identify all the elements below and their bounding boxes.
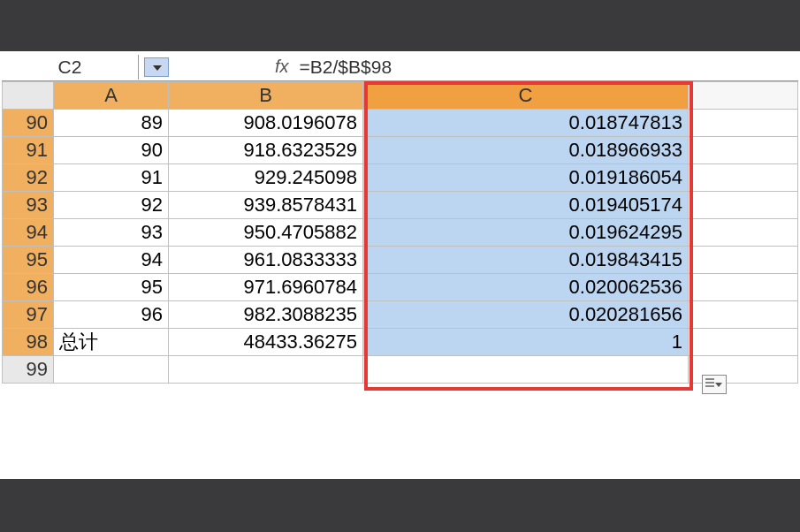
cell-C[interactable]: 0.020281656 — [363, 301, 689, 329]
row-header[interactable]: 92 — [3, 164, 54, 192]
spreadsheet-area: C2 fx A B C 90 89 908.0196078 0.01874781… — [0, 51, 800, 385]
table-row[interactable]: 97 96 982.3088235 0.020281656 — [3, 301, 798, 329]
cell-B[interactable]: 48433.36275 — [169, 329, 363, 356]
autofill-options-icon[interactable] — [702, 375, 727, 394]
cell-D[interactable] — [689, 329, 798, 356]
row-header[interactable]: 91 — [3, 137, 54, 164]
cell-B[interactable]: 982.3088235 — [169, 301, 363, 329]
name-box[interactable]: C2 — [2, 55, 139, 80]
select-all-corner[interactable] — [3, 82, 54, 110]
cell-B[interactable] — [169, 356, 363, 384]
cell-B[interactable]: 918.6323529 — [169, 137, 363, 164]
row-header[interactable]: 97 — [3, 301, 54, 329]
cell-B[interactable]: 950.4705882 — [169, 219, 363, 247]
cell-A-total[interactable]: 总计 — [54, 329, 169, 356]
cell-A[interactable]: 90 — [54, 137, 169, 164]
cell-D[interactable] — [689, 192, 798, 219]
row-header[interactable]: 93 — [3, 192, 54, 219]
spreadsheet-grid[interactable]: A B C 90 89 908.0196078 0.018747813 91 9… — [2, 81, 798, 384]
row-header[interactable]: 96 — [3, 274, 54, 301]
table-row[interactable]: 90 89 908.0196078 0.018747813 — [3, 110, 798, 137]
col-header-D[interactable] — [689, 82, 798, 110]
row-header[interactable]: 98 — [3, 329, 54, 356]
cell-A[interactable]: 89 — [54, 110, 169, 137]
row-header[interactable]: 90 — [3, 110, 54, 137]
cell-D[interactable] — [689, 164, 798, 192]
table-row[interactable]: 96 95 971.6960784 0.020062536 — [3, 274, 798, 301]
cell-C[interactable]: 0.020062536 — [363, 274, 689, 301]
cell-B[interactable]: 961.0833333 — [169, 247, 363, 274]
row-header[interactable]: 99 — [3, 356, 54, 384]
cell-D[interactable] — [689, 219, 798, 247]
cell-C[interactable]: 0.019843415 — [363, 247, 689, 274]
table-row[interactable]: 94 93 950.4705882 0.019624295 — [3, 219, 798, 247]
table-row[interactable]: 91 90 918.6323529 0.018966933 — [3, 137, 798, 164]
cell-B[interactable]: 939.8578431 — [169, 192, 363, 219]
cell-A[interactable]: 95 — [54, 274, 169, 301]
col-header-B[interactable]: B — [169, 82, 363, 110]
cell-A[interactable]: 91 — [54, 164, 169, 192]
cell-C[interactable] — [363, 356, 689, 384]
table-row-empty[interactable]: 99 — [3, 356, 798, 384]
table-row[interactable]: 95 94 961.0833333 0.019843415 — [3, 247, 798, 274]
cell-B[interactable]: 971.6960784 — [169, 274, 363, 301]
cell-C[interactable]: 0.019186054 — [363, 164, 689, 192]
cell-C[interactable]: 0.018966933 — [363, 137, 689, 164]
titlebar-dark — [0, 0, 800, 51]
cell-A[interactable] — [54, 356, 169, 384]
cell-D[interactable] — [689, 247, 798, 274]
cell-C[interactable]: 0.019624295 — [363, 219, 689, 247]
table-row[interactable]: 93 92 939.8578431 0.019405174 — [3, 192, 798, 219]
cell-D[interactable] — [689, 137, 798, 164]
cell-D[interactable] — [689, 110, 798, 137]
cell-A[interactable]: 96 — [54, 301, 169, 329]
statusbar-dark — [0, 479, 800, 532]
cell-C[interactable]: 0.019405174 — [363, 192, 689, 219]
cell-C[interactable]: 0.018747813 — [363, 110, 689, 137]
cell-D[interactable] — [689, 301, 798, 329]
table-row[interactable]: 98 总计 48433.36275 1 — [3, 329, 798, 356]
cell-A[interactable]: 94 — [54, 247, 169, 274]
row-header[interactable]: 95 — [3, 247, 54, 274]
cell-B[interactable]: 929.245098 — [169, 164, 363, 192]
formula-bar: C2 fx — [2, 53, 798, 81]
name-box-dropdown[interactable] — [144, 57, 169, 77]
col-header-A[interactable]: A — [54, 82, 169, 110]
cell-A[interactable]: 92 — [54, 192, 169, 219]
row-header[interactable]: 94 — [3, 219, 54, 247]
fx-icon[interactable]: fx — [275, 57, 289, 77]
table-row[interactable]: 92 91 929.245098 0.019186054 — [3, 164, 798, 192]
formula-input[interactable] — [298, 56, 798, 79]
cell-D[interactable] — [689, 274, 798, 301]
cell-A[interactable]: 93 — [54, 219, 169, 247]
cell-B[interactable]: 908.0196078 — [169, 110, 363, 137]
cell-C[interactable]: 1 — [363, 329, 689, 356]
col-header-C[interactable]: C — [363, 82, 689, 110]
